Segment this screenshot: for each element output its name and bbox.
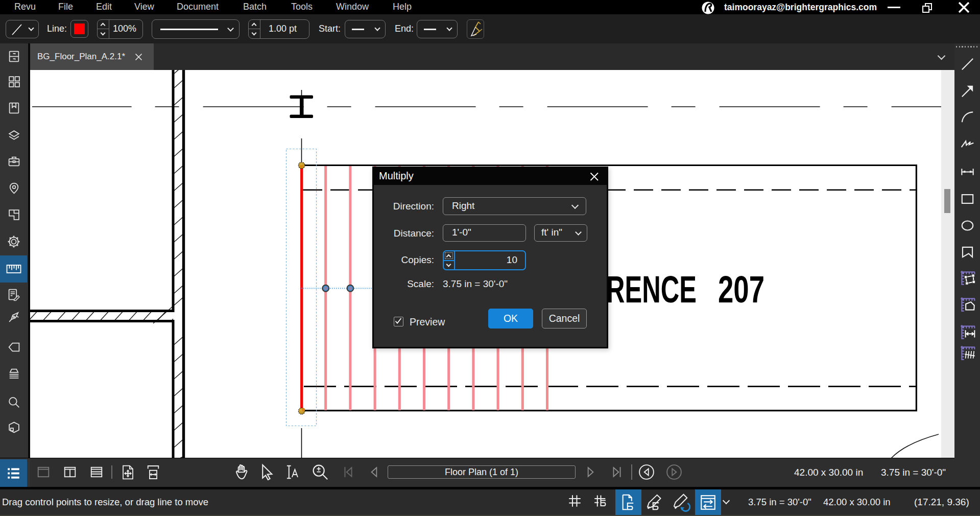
svg-text:RENCE: RENCE	[606, 268, 697, 311]
svg-text:207: 207	[718, 268, 764, 311]
